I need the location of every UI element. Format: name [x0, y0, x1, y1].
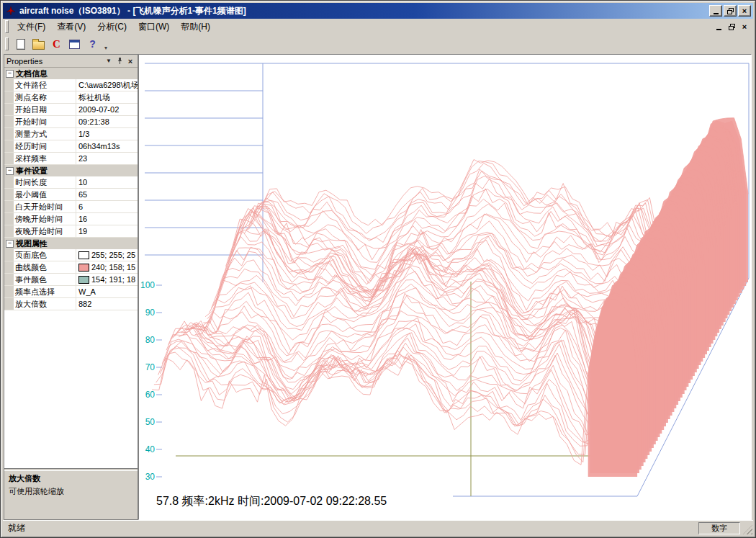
- menu-help[interactable]: 帮助(H): [175, 19, 216, 35]
- properties-panel-title: Properties: [6, 57, 103, 66]
- help-icon: ?: [89, 39, 96, 49]
- property-row[interactable]: 最小阈值65: [4, 189, 138, 201]
- property-label: 傍晚开始时间: [14, 213, 76, 225]
- property-label: 放大倍数: [14, 298, 76, 310]
- property-value[interactable]: 栎社机场: [76, 91, 138, 103]
- property-row[interactable]: 经历时间06h34m13s: [4, 140, 138, 153]
- property-value[interactable]: 6: [76, 201, 138, 212]
- property-value[interactable]: 09:21:38: [76, 116, 138, 127]
- panel-pin-button[interactable]: [114, 56, 125, 66]
- mdi-restore-button[interactable]: [726, 22, 737, 32]
- new-document-icon: [17, 39, 25, 50]
- panel-close-icon: ×: [128, 57, 132, 66]
- menu-view[interactable]: 查看(V): [51, 19, 91, 35]
- mdi-window-buttons: ×: [711, 22, 753, 32]
- pin-icon: [117, 58, 123, 65]
- app-logo-icon: [5, 5, 17, 17]
- mdi-restore-icon: [729, 24, 735, 30]
- property-row[interactable]: 频率点选择W_A: [4, 286, 138, 298]
- property-category[interactable]: −视图属性: [4, 238, 138, 249]
- property-value[interactable]: 16: [76, 213, 138, 225]
- property-category-label: 文档信息: [16, 68, 48, 79]
- property-category-label: 视图属性: [16, 238, 48, 249]
- property-row[interactable]: 放大倍数882: [4, 298, 138, 310]
- property-row[interactable]: 傍晚开始时间16: [4, 213, 138, 225]
- property-row[interactable]: 时间长度10: [4, 176, 138, 189]
- property-value[interactable]: 154; 191; 18: [76, 274, 138, 285]
- property-row[interactable]: 开始日期2009-07-02: [4, 104, 138, 116]
- property-row[interactable]: 曲线颜色240; 158; 15: [4, 261, 138, 274]
- property-row[interactable]: 白天开始时间6: [4, 201, 138, 213]
- property-label: 页面底色: [14, 249, 76, 261]
- properties-window-button[interactable]: [66, 35, 84, 53]
- toolbar-grip[interactable]: [5, 37, 9, 50]
- property-value[interactable]: 1/3: [76, 128, 138, 140]
- property-value[interactable]: 240; 158; 15: [76, 261, 138, 273]
- minimize-button[interactable]: [709, 5, 722, 17]
- resize-grip[interactable]: [743, 525, 752, 534]
- property-row[interactable]: 开始时间09:21:38: [4, 116, 138, 128]
- help-button[interactable]: ?: [84, 35, 102, 53]
- property-label: 时间长度: [14, 176, 76, 188]
- property-value[interactable]: 06h34m13s: [76, 140, 138, 152]
- property-value[interactable]: 882: [76, 298, 138, 310]
- property-value[interactable]: 19: [76, 225, 138, 237]
- mdi-minimize-button[interactable]: [713, 22, 724, 32]
- panel-close-button[interactable]: ×: [125, 56, 135, 66]
- menu-window[interactable]: 窗口(W): [132, 19, 175, 35]
- property-value[interactable]: 10: [76, 176, 138, 188]
- restore-button[interactable]: [724, 5, 737, 17]
- property-row[interactable]: 测点名称栎社机场: [4, 91, 138, 104]
- property-value[interactable]: 65: [76, 189, 138, 200]
- mdi-close-button[interactable]: ×: [739, 22, 750, 32]
- menu-analysis[interactable]: 分析(C): [91, 19, 132, 35]
- property-row[interactable]: 事件颜色154; 191; 18: [4, 274, 138, 286]
- collapse-icon[interactable]: −: [6, 240, 14, 248]
- compute-button[interactable]: C: [48, 35, 66, 53]
- property-value[interactable]: W_A: [76, 286, 138, 297]
- property-label: 测点名称: [14, 91, 76, 103]
- open-file-button[interactable]: [30, 35, 48, 53]
- row-indent-strip: [4, 298, 14, 310]
- property-category-label: 事件设置: [16, 166, 48, 176]
- property-row[interactable]: 夜晚开始时间19: [4, 225, 138, 238]
- collapse-icon[interactable]: −: [6, 70, 14, 78]
- menu-file[interactable]: 文件(F): [12, 19, 51, 35]
- spectrogram-canvas[interactable]: 10090807060504030: [139, 58, 752, 519]
- mdi-close-icon: ×: [742, 23, 747, 31]
- row-indent-strip: [4, 116, 14, 127]
- properties-window-icon: [69, 40, 80, 49]
- property-value[interactable]: 255; 255; 25: [76, 249, 138, 261]
- property-row[interactable]: 测量方式1/3: [4, 128, 138, 140]
- restore-icon: [727, 8, 734, 14]
- property-category[interactable]: −文档信息: [4, 68, 138, 79]
- row-indent-strip: [4, 274, 14, 285]
- property-label: 开始时间: [14, 116, 76, 127]
- property-label: 曲线颜色: [14, 261, 76, 273]
- color-swatch: [78, 251, 89, 259]
- row-indent-strip: [4, 128, 14, 140]
- property-grid: −文档信息文件路径C:\awa6298\机场测点名称栎社机场开始日期2009-0…: [4, 68, 138, 468]
- new-document-button[interactable]: [12, 35, 30, 53]
- property-value[interactable]: 23: [76, 153, 138, 164]
- property-value[interactable]: 2009-07-02: [76, 104, 138, 115]
- compute-icon: C: [53, 39, 60, 50]
- collapse-icon[interactable]: −: [6, 167, 14, 175]
- property-description-title: 放大倍数: [9, 473, 133, 484]
- property-label: 夜晚开始时间: [14, 225, 76, 237]
- property-row[interactable]: 文件路径C:\awa6298\机场: [4, 79, 138, 91]
- property-category[interactable]: −事件设置: [4, 165, 138, 176]
- menubar-grip[interactable]: [5, 20, 9, 33]
- property-value[interactable]: C:\awa6298\机场: [76, 79, 138, 91]
- row-indent-strip: [4, 189, 14, 200]
- property-row[interactable]: 采样频率23: [4, 153, 138, 165]
- row-indent-strip: [4, 286, 14, 297]
- row-indent-strip: [4, 213, 14, 225]
- property-label: 经历时间: [14, 140, 76, 152]
- close-button[interactable]: ×: [738, 5, 751, 17]
- properties-panel-header: Properties ▼ ×: [4, 55, 138, 68]
- panel-menu-button[interactable]: ▼: [104, 56, 114, 66]
- property-row[interactable]: 页面底色255; 255; 25: [4, 249, 138, 261]
- toolbar-options-chevron-icon[interactable]: ▾: [102, 35, 110, 53]
- row-indent-strip: [4, 261, 14, 273]
